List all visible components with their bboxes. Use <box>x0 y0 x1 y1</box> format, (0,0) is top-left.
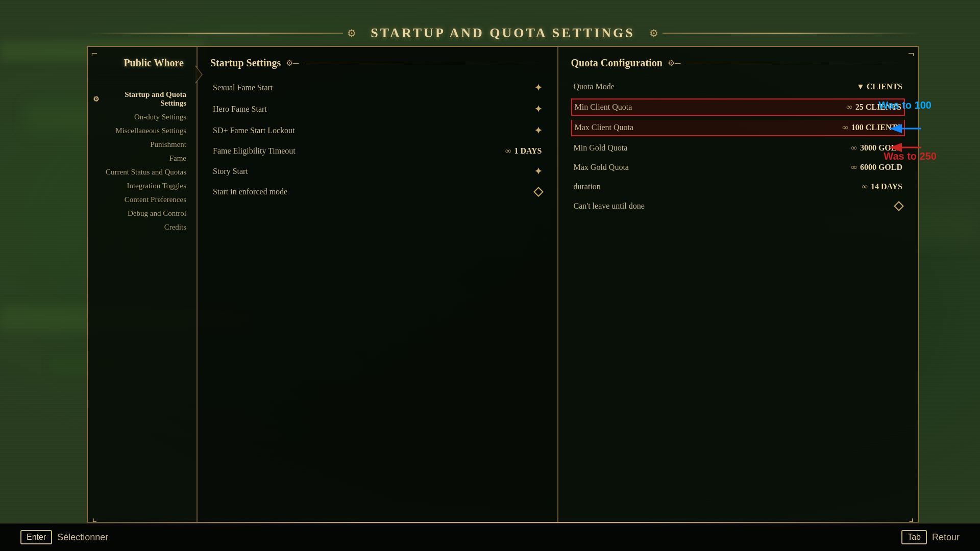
quota-section-line <box>685 63 905 63</box>
setting-sexual-fame-value: ✦ <box>534 82 542 93</box>
sidebar-nav: ⚙ Startup and Quota Settings On-duty Set… <box>88 88 197 234</box>
setting-fame-timeout-label: Fame Eligibility Timeout <box>213 146 296 156</box>
sidebar-item-onduty-label: On-duty Settings <box>134 113 186 121</box>
sidebar-item-startup[interactable]: ⚙ Startup and Quota Settings <box>88 88 197 110</box>
tab-label: Retour <box>932 532 960 543</box>
sidebar-item-content-label: Content Preferences <box>125 195 186 204</box>
setting-fame-timeout[interactable]: Fame Eligibility Timeout ∞ 1 DAYS <box>210 143 545 159</box>
enter-key-badge: Enter <box>20 530 52 544</box>
setting-duration[interactable]: duration ∞ 14 DAYS <box>571 179 905 194</box>
setting-quota-mode-value: ▼ CLIENTS <box>856 82 902 91</box>
setting-hero-fame-value: ✦ <box>534 104 542 115</box>
main-panel: ⌐ ¬ ⌞ ⌟ Public Whore ⚙ Startup and Quota… <box>87 46 919 525</box>
setting-sexual-fame[interactable]: Sexual Fame Start ✦ <box>210 79 545 96</box>
inf-icon-5: ∞ <box>851 163 856 172</box>
character-name: Public Whore <box>88 57 197 69</box>
title-ornament-right: ⚙ <box>645 27 663 39</box>
setting-story-start-label: Story Start <box>213 167 248 176</box>
setting-sexual-fame-label: Sexual Fame Start <box>213 83 273 92</box>
startup-section-title: Startup Settings <box>210 57 281 69</box>
setting-max-gold-label: Max Gold Quota <box>574 163 629 172</box>
setting-cant-leave[interactable]: Can't leave until done <box>571 198 905 214</box>
sidebar-item-content[interactable]: Content Preferences <box>88 193 197 206</box>
sidebar-item-credits[interactable]: Credits <box>88 221 197 234</box>
sidebar-item-startup-label: Startup and Quota Settings <box>103 90 186 108</box>
sidebar-item-debug[interactable]: Debug and Control <box>88 207 197 220</box>
diamond-empty-icon-2 <box>894 201 904 211</box>
quota-section-header: Quota Configuration ⚙─ <box>571 57 905 69</box>
setting-duration-label: duration <box>574 182 601 191</box>
inf-icon-2: ∞ <box>846 103 852 112</box>
tab-key-badge: Tab <box>901 530 927 544</box>
enter-hint: Enter Sélectionner <box>20 530 108 544</box>
sidebar-item-debug-label: Debug and Control <box>128 209 186 218</box>
diamond-icon-1: ✦ <box>534 82 542 93</box>
inf-icon-3: ∞ <box>842 123 848 132</box>
sidebar-item-punishment-label: Punishment <box>150 140 186 149</box>
diamond-icon-3: ✦ <box>534 125 542 136</box>
sidebar-item-punishment[interactable]: Punishment <box>88 138 197 151</box>
sidebar-item-status[interactable]: Current Status and Quotas <box>88 166 197 179</box>
sidebar-item-fame[interactable]: Fame <box>88 152 197 165</box>
setting-sd-fame[interactable]: SD+ Fame Start Lockout ✦ <box>210 122 545 139</box>
sidebar-item-misc[interactable]: Miscellaneous Settings <box>88 124 197 137</box>
setting-min-client-value: ∞ 25 CLIENTS <box>846 103 901 112</box>
setting-min-client-label: Min Client Quota <box>575 103 632 112</box>
startup-ornament: ⚙─ <box>286 58 299 68</box>
title-line-right <box>663 33 919 34</box>
sidebar: Public Whore ⚙ Startup and Quota Setting… <box>88 47 198 524</box>
setting-enforced-mode[interactable]: Start in enforced mode <box>210 184 545 199</box>
setting-duration-value: ∞ 14 DAYS <box>862 182 903 191</box>
title-bar: ⚙ STARTUP AND QUOTA SETTINGS ⚙ <box>87 26 919 41</box>
sidebar-item-fame-label: Fame <box>169 154 186 163</box>
cog-icon: ⚙ <box>93 95 100 104</box>
sidebar-item-status-label: Current Status and Quotas <box>106 168 186 177</box>
setting-fame-timeout-value: ∞ 1 DAYS <box>505 146 542 156</box>
enter-label: Sélectionner <box>57 532 108 543</box>
title-line-left <box>87 33 343 34</box>
sidebar-item-credits-label: Credits <box>164 223 186 232</box>
setting-enforced-label: Start in enforced mode <box>213 187 287 196</box>
sidebar-item-onduty[interactable]: On-duty Settings <box>88 111 197 123</box>
startup-settings-panel: Startup Settings ⚙─ Sexual Fame Start ✦ … <box>198 47 558 524</box>
quota-config-panel: Quota Configuration ⚙─ Quota Mode ▼ CLIE… <box>558 47 918 524</box>
setting-min-gold[interactable]: Min Gold Quota ∞ 3000 GOLD <box>571 140 905 156</box>
setting-max-gold-value: ∞ 6000 GOLD <box>851 163 902 172</box>
setting-cant-leave-value <box>895 203 902 210</box>
inf-icon-1: ∞ <box>505 146 511 156</box>
setting-min-gold-value: ∞ 3000 GOLD <box>851 143 902 153</box>
setting-hero-fame-label: Hero Fame Start <box>213 105 267 114</box>
title-ornament-left: ⚙ <box>343 27 360 39</box>
sidebar-item-misc-label: Miscellaneous Settings <box>115 127 186 135</box>
setting-max-client[interactable]: Max Client Quota ∞ 100 CLIENTS <box>571 120 905 136</box>
diamond-icon-4: ✦ <box>534 166 542 177</box>
sidebar-item-integration-label: Integration Toggles <box>127 182 186 190</box>
setting-sd-fame-label: SD+ Fame Start Lockout <box>213 126 295 135</box>
diamond-empty-icon <box>533 187 544 197</box>
bottom-bar: Enter Sélectionner Tab Retour <box>0 523 980 551</box>
setting-max-client-value: ∞ 100 CLIENTS <box>842 123 901 132</box>
setting-max-gold[interactable]: Max Gold Quota ∞ 6000 GOLD <box>571 160 905 175</box>
main-title: STARTUP AND QUOTA SETTINGS <box>360 26 645 41</box>
diamond-icon-2: ✦ <box>534 104 542 115</box>
tab-hint: Tab Retour <box>901 530 960 544</box>
setting-hero-fame[interactable]: Hero Fame Start ✦ <box>210 101 545 118</box>
setting-enforced-value <box>535 188 542 195</box>
setting-max-client-label: Max Client Quota <box>575 123 634 132</box>
inf-icon-4: ∞ <box>851 143 856 153</box>
setting-quota-mode[interactable]: Quota Mode ▼ CLIENTS <box>571 79 905 94</box>
setting-min-gold-label: Min Gold Quota <box>574 143 628 153</box>
startup-section-line <box>304 63 545 63</box>
inf-icon-6: ∞ <box>862 182 868 191</box>
quota-section-title: Quota Configuration <box>571 57 663 69</box>
quota-ornament: ⚙─ <box>668 58 680 68</box>
startup-section-header: Startup Settings ⚙─ <box>210 57 545 69</box>
ui-container: ⚙ STARTUP AND QUOTA SETTINGS ⚙ ⌐ ¬ ⌞ ⌟ P… <box>87 26 919 525</box>
sidebar-item-integration[interactable]: Integration Toggles <box>88 180 197 192</box>
setting-sd-fame-value: ✦ <box>534 125 542 136</box>
setting-min-client[interactable]: Min Client Quota ∞ 25 CLIENTS <box>571 98 905 116</box>
setting-story-start-value: ✦ <box>534 166 542 177</box>
setting-quota-mode-label: Quota Mode <box>574 82 615 91</box>
setting-story-start[interactable]: Story Start ✦ <box>210 163 545 180</box>
setting-cant-leave-label: Can't leave until done <box>574 202 645 211</box>
